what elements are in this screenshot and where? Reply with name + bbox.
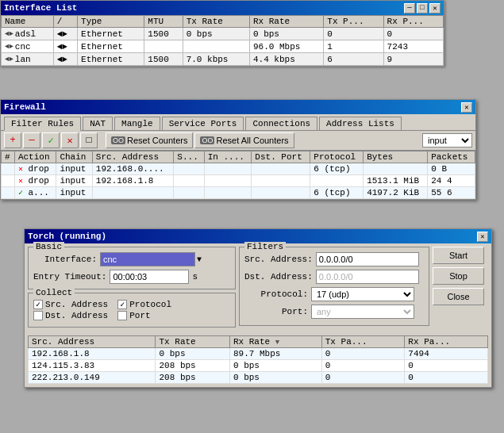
close-btn[interactable]: ✕ xyxy=(429,3,441,13)
protocol-check[interactable]: ✓ Protocol xyxy=(117,300,171,309)
dst-addr-filter-input[interactable] xyxy=(316,270,419,284)
timeout-row: Entry Timeout: s xyxy=(33,270,230,284)
fw-proto: 6 (tcp) xyxy=(310,163,364,175)
torch-rx: 0 bps xyxy=(229,372,321,384)
torch-close-btn[interactable]: ✕ xyxy=(477,232,488,242)
maximize-btn[interactable]: □ xyxy=(417,3,428,13)
table-row[interactable]: ✕ drop input 192.168.0.... 6 (tcp) 0 B xyxy=(2,163,475,175)
protocol-checkbox[interactable]: ✓ xyxy=(117,300,127,309)
fw-tab-nat[interactable]: NAT xyxy=(83,117,113,130)
fw-tab-address-lists[interactable]: Address Lists xyxy=(319,117,402,130)
fw-col-bytes: Bytes xyxy=(364,151,428,163)
remove-rule-btn[interactable]: — xyxy=(23,132,40,148)
fw-col-src: Src. Address xyxy=(92,151,174,163)
iface-rx-p: 0 xyxy=(383,28,443,40)
fw-src: 192.168.0.... xyxy=(92,163,174,175)
src-addr-filter-input[interactable] xyxy=(316,252,419,266)
port-checkbox[interactable] xyxy=(117,311,127,320)
timeout-input[interactable] xyxy=(110,270,189,284)
iface-slash: ◄► xyxy=(53,53,77,66)
table-row[interactable]: ◄►cnc ◄► Ethernet 96.0 Mbps 1 7243 xyxy=(2,40,444,53)
torch-actions: Start Stop Close xyxy=(433,247,488,331)
filters-group-label: Filters xyxy=(244,242,286,251)
start-button[interactable]: Start xyxy=(433,247,484,264)
protocol-filter-label: Protocol: xyxy=(244,289,308,299)
port-filter-select[interactable]: any xyxy=(311,305,414,319)
fw-packets: 55 6 xyxy=(428,187,475,199)
protocol-filter-select[interactable]: 17 (udp)6 (tcp)any xyxy=(311,287,414,301)
col-slash: / xyxy=(53,16,77,28)
fw-tab-mangle[interactable]: Mangle xyxy=(114,117,160,130)
fw-tab-connections[interactable]: Connections xyxy=(245,117,317,130)
interface-input[interactable] xyxy=(100,252,195,266)
col-name: Name xyxy=(2,16,54,28)
firewall-toolbar: + — ✓ ✕ □ OO Reset Counters OO Reset All… xyxy=(1,130,475,151)
interface-label: Interface: xyxy=(33,255,97,264)
chain-select[interactable]: inputoutputforward xyxy=(422,133,472,148)
table-row[interactable]: ✓ a... input 6 (tcp) 4197.2 KiB 55 6 xyxy=(2,187,475,199)
s-unit: s xyxy=(192,272,198,282)
src-address-check[interactable]: ✓ Src. Address xyxy=(33,300,108,309)
torch-title: Torch (running) xyxy=(28,232,106,241)
fw-tab-filter-rules[interactable]: Filter Rules xyxy=(4,117,81,131)
fw-s xyxy=(174,175,204,187)
dst-address-checkbox[interactable] xyxy=(33,311,43,320)
interface-table-container: Name / Type MTU Tx Rate Rx Rate Tx P... … xyxy=(1,15,444,66)
reset-all-counters-label: Reset All Counters xyxy=(216,136,288,145)
disable-rule-btn[interactable]: ✕ xyxy=(61,132,79,148)
col-rx-rate: Rx Rate xyxy=(249,16,323,28)
fw-dstport xyxy=(252,175,310,187)
fw-col-proto: Protocol xyxy=(310,151,364,163)
dst-addr-filter-label: Dst. Address: xyxy=(244,272,313,282)
table-row[interactable]: 222.213.0.149 208 bps 0 bps 0 0 xyxy=(29,372,488,384)
reset-all-counters-btn[interactable]: OO Reset All Counters xyxy=(194,132,294,148)
minimize-btn[interactable]: — xyxy=(404,3,415,13)
fw-action: ✕ drop xyxy=(14,175,56,187)
collect-row-1: ✓ Src. Address ✓ Protocol xyxy=(33,300,230,309)
src-addr-row: Src. Address: xyxy=(244,252,424,266)
add-rule-btn[interactable]: + xyxy=(4,132,21,148)
dst-address-check[interactable]: Dst. Address xyxy=(33,311,108,320)
fw-num xyxy=(2,187,15,199)
fw-s xyxy=(174,163,204,175)
torch-col-txpa: Tx Pa... xyxy=(321,336,405,348)
src-address-checkbox[interactable]: ✓ xyxy=(33,300,43,309)
copy-rule-btn[interactable]: □ xyxy=(80,132,98,148)
iface-type: Ethernet xyxy=(78,40,144,53)
fw-col-chain: Chain xyxy=(56,151,92,163)
stop-button[interactable]: Stop xyxy=(433,267,484,285)
port-filter-label: Port: xyxy=(244,307,308,316)
fw-tab-service-ports[interactable]: Service Ports xyxy=(162,117,244,130)
fw-bytes xyxy=(364,163,428,175)
table-row[interactable]: 124.115.3.83 208 bps 0 bps 0 0 xyxy=(29,360,488,372)
torch-src: 192.168.1.8 xyxy=(29,348,156,360)
table-row[interactable]: ✕ drop input 192.168.1.8 1513.1 MiB 24 4 xyxy=(2,175,475,187)
port-check[interactable]: Port xyxy=(117,311,150,320)
interface-table: Name / Type MTU Tx Rate Rx Rate Tx P... … xyxy=(1,15,444,66)
protocol-filter-row: Protocol: 17 (udp)6 (tcp)any xyxy=(244,287,424,301)
fw-in xyxy=(204,187,252,199)
reset-counters-btn[interactable]: OO Reset Counters xyxy=(106,132,193,148)
fw-packets: 24 4 xyxy=(428,175,475,187)
torch-window: Torch (running) ✕ Basic Interface: ▼ Ent… xyxy=(24,228,492,388)
table-row[interactable]: ◄►lan ◄► Ethernet 1500 7.0 kbps 4.4 kbps… xyxy=(2,53,444,66)
iface-rx-p: 9 xyxy=(383,53,443,66)
table-row[interactable]: ◄►adsl ◄► Ethernet 1500 0 bps 0 bps 0 0 xyxy=(2,28,444,40)
col-tx-p: Tx P... xyxy=(324,16,383,28)
iface-rx-rate: 96.0 Mbps xyxy=(249,40,323,53)
fw-action: ✓ a... xyxy=(14,187,56,199)
iface-tx-p: 6 xyxy=(324,53,383,66)
table-row[interactable]: 192.168.1.8 0 bps 89.7 Mbps 0 7494 xyxy=(29,348,488,360)
basic-group: Basic Interface: ▼ Entry Timeout: s xyxy=(28,247,236,289)
check-icon: ✓ xyxy=(18,189,23,197)
torch-close-button[interactable]: Close xyxy=(433,288,484,305)
iface-tx-p: 1 xyxy=(324,40,383,53)
iface-mtu: 1500 xyxy=(144,28,183,40)
firewall-close-btn[interactable]: ✕ xyxy=(461,102,472,113)
enable-rule-btn[interactable]: ✓ xyxy=(42,132,60,148)
interface-dropdown-arrow[interactable]: ▼ xyxy=(197,255,202,264)
fw-bytes: 4197.2 KiB xyxy=(364,187,428,199)
fw-src xyxy=(92,187,174,199)
torch-col-rx: Rx Rate ▼ xyxy=(229,336,321,348)
iface-slash: ◄► xyxy=(53,40,77,53)
